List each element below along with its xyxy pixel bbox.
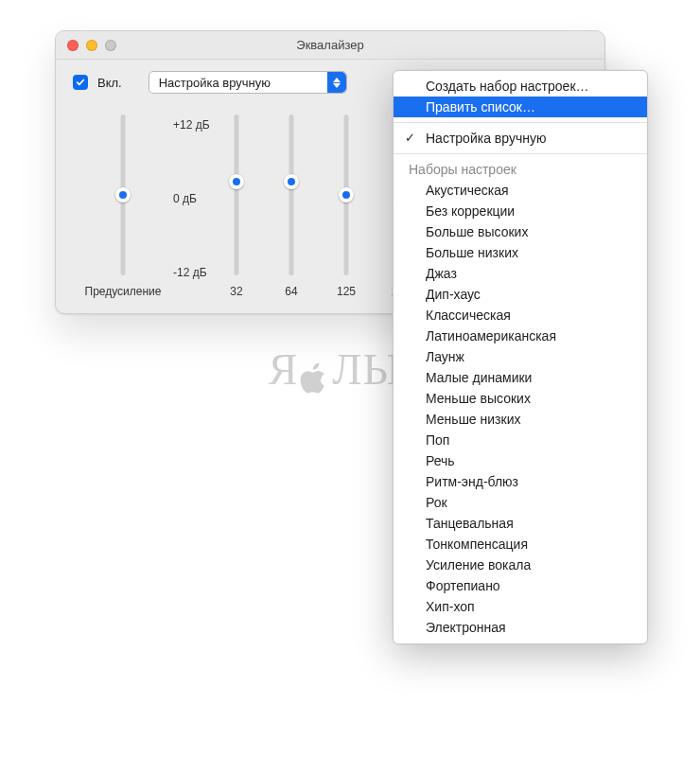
preset-select[interactable]: Настройка вручную: [149, 71, 347, 94]
eq-band-125: 125: [338, 114, 355, 298]
menu-preset-9[interactable]: Малые динамики: [394, 367, 647, 388]
menu-preset-19[interactable]: Фортепиано: [394, 575, 647, 596]
titlebar: Эквалайзер: [56, 31, 604, 60]
band-slider[interactable]: [228, 114, 245, 275]
scale-bot: -12 дБ: [173, 266, 207, 279]
menu-preset-7[interactable]: Латиноамериканская: [394, 326, 647, 346]
menu-preset-6[interactable]: Классическая: [394, 305, 647, 326]
slider-track: [289, 114, 294, 275]
menu-section-header: Наборы настроек: [394, 159, 647, 180]
menu-preset-14[interactable]: Ритм-энд-блюз: [394, 471, 647, 492]
menu-preset-21[interactable]: Электронная: [394, 617, 647, 638]
band-slider[interactable]: [338, 114, 355, 275]
zoom-icon[interactable]: [105, 40, 116, 51]
preamp-slider[interactable]: [114, 114, 131, 275]
menu-preset-8[interactable]: Лаунж: [394, 346, 647, 367]
menu-preset-15[interactable]: Рок: [394, 492, 647, 513]
close-icon[interactable]: [67, 40, 79, 51]
menu-preset-5[interactable]: Дип-хаус: [394, 284, 647, 305]
menu-preset-2[interactable]: Больше высоких: [394, 221, 647, 242]
window-title: Эквалайзер: [296, 38, 363, 52]
db-scale: +12 дБ 0 дБ -12 дБ: [173, 114, 226, 279]
menu-action-0[interactable]: Создать набор настроек…: [394, 76, 647, 97]
eq-band-64: 64: [283, 114, 300, 298]
band-label: 125: [337, 285, 356, 298]
scale-top: +12 дБ: [173, 118, 210, 132]
watermark-text-left: Я: [269, 345, 299, 394]
preamp-label: Предусиление: [85, 285, 162, 298]
menu-preset-13[interactable]: Речь: [394, 450, 647, 471]
menu-preset-17[interactable]: Тонкомпенсация: [394, 534, 647, 555]
slider-track: [235, 114, 239, 275]
preset-menu[interactable]: Создать набор настроек…Править список…На…: [393, 70, 648, 644]
scale-mid: 0 дБ: [173, 192, 197, 205]
menu-preset-4[interactable]: Джаз: [394, 263, 647, 284]
menu-preset-18[interactable]: Усиление вокала: [394, 555, 647, 575]
slider-thumb[interactable]: [339, 187, 354, 202]
slider-thumb[interactable]: [115, 187, 131, 202]
band-label: 64: [285, 285, 297, 298]
apple-icon: [300, 357, 330, 391]
menu-action-1[interactable]: Править список…: [394, 97, 647, 117]
menu-preset-10[interactable]: Меньше высоких: [394, 388, 647, 409]
traffic-lights: [67, 40, 116, 51]
band-slider[interactable]: [283, 114, 300, 275]
menu-preset-16[interactable]: Танцевальная: [394, 513, 647, 534]
menu-current-preset[interactable]: Настройка вручную: [394, 128, 647, 149]
slider-thumb[interactable]: [229, 174, 244, 189]
menu-preset-20[interactable]: Хип-хоп: [394, 596, 647, 617]
minimize-icon[interactable]: [86, 40, 97, 51]
eq-band-32: 32: [228, 114, 245, 298]
enable-label: Вкл.: [97, 76, 122, 90]
menu-separator: [394, 153, 647, 154]
menu-preset-12[interactable]: Поп: [394, 430, 647, 450]
chevron-updown-icon: [327, 72, 346, 93]
menu-preset-11[interactable]: Меньше низких: [394, 409, 647, 430]
slider-thumb[interactable]: [284, 174, 299, 189]
menu-preset-0[interactable]: Акустическая: [394, 180, 647, 201]
preset-select-value: Настройка вручную: [159, 76, 271, 90]
enable-checkbox[interactable]: [73, 75, 88, 90]
menu-separator: [394, 122, 647, 123]
menu-preset-3[interactable]: Больше низких: [394, 242, 647, 263]
menu-preset-1[interactable]: Без коррекции: [394, 201, 647, 221]
band-label: 32: [230, 285, 242, 298]
